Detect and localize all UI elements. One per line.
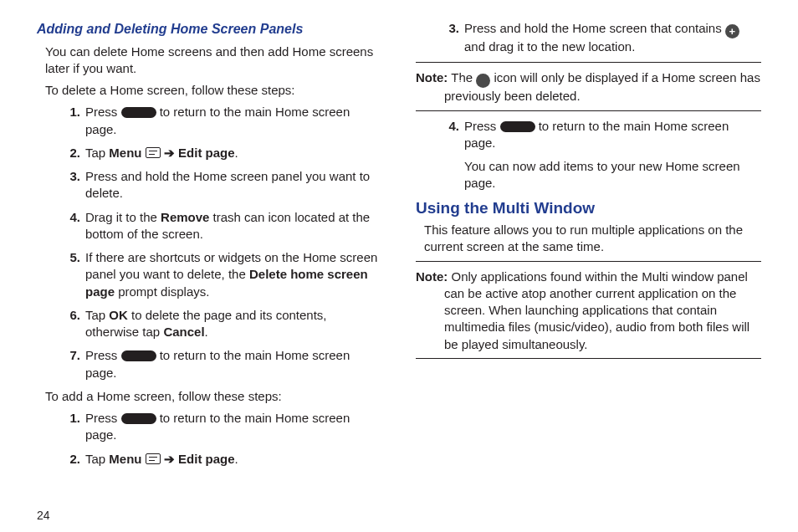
delete-step-6: 6. Tap OK to delete the page and its con…	[37, 307, 382, 341]
add-step-3: 3. Press and hold the Home screen that c…	[416, 20, 761, 55]
page: Adding and Deleting Home Screen Panels Y…	[0, 0, 798, 532]
arrow-icon: ➔	[161, 146, 178, 160]
note-text: Only applications found within the Multi…	[444, 269, 749, 351]
delete-step-4: 4. Drag it to the Remove trash can icon …	[37, 209, 382, 243]
home-key-icon	[121, 350, 156, 361]
note-text: The	[448, 70, 476, 84]
add-steps-cont2: 4. Press to return to the main Home scre…	[416, 118, 761, 152]
subheading: Adding and Deleting Home Screen Panels	[37, 20, 382, 38]
plus-icon: +	[725, 24, 739, 38]
menu-icon	[146, 147, 161, 158]
lead-delete: To delete a Home screen, follow these st…	[45, 82, 382, 99]
step-text: Press and hold the Home screen that cont…	[464, 21, 725, 35]
step-4-sub: You can now add items to your new Home s…	[416, 158, 761, 192]
step-number: 1.	[57, 104, 80, 120]
step-number: 3.	[436, 20, 459, 37]
intro-text: You can delete Home screens and then add…	[45, 43, 382, 78]
delete-step-3: 3. Press and hold the Home screen panel …	[37, 168, 382, 202]
cancel-label: Cancel	[163, 325, 204, 339]
delete-step-5: 5. If there are shortcuts or widgets on …	[37, 249, 382, 300]
right-column: 3. Press and hold the Home screen that c…	[416, 20, 761, 474]
step-number: 6.	[57, 307, 80, 324]
step-number: 2.	[57, 145, 80, 161]
ok-label: OK	[109, 308, 128, 322]
step-text: Press and hold the Home screen panel you…	[85, 169, 370, 200]
add-steps: 1. Press to return to the main Home scre…	[37, 410, 382, 468]
delete-step-2: 2. Tap Menu ➔ Edit page.	[37, 145, 382, 161]
step-number: 7.	[57, 347, 80, 364]
step-number: 4.	[436, 118, 459, 135]
step-number: 3.	[57, 168, 80, 185]
plus-icon: +	[476, 74, 490, 88]
step-number: 1.	[57, 410, 80, 427]
section-intro: This feature allows you to run multiple …	[424, 222, 761, 256]
step-text: Tap	[85, 146, 109, 160]
arrow-icon: ➔	[161, 452, 178, 466]
page-number: 24	[37, 508, 50, 524]
home-key-icon	[121, 413, 156, 424]
home-key-icon	[500, 121, 535, 132]
edit-page-label: Edit page	[178, 146, 235, 160]
columns: Adding and Deleting Home Screen Panels Y…	[37, 20, 761, 474]
add-step-4: 4. Press to return to the main Home scre…	[416, 118, 761, 152]
add-steps-cont: 3. Press and hold the Home screen that c…	[416, 20, 761, 55]
home-key-icon	[121, 107, 156, 118]
delete-step-7: 7. Press to return to the main Home scre…	[37, 347, 382, 381]
lead-add: To add a Home screen, follow these steps…	[45, 388, 382, 405]
section-heading: Using the Multi Window	[416, 197, 761, 219]
note-label: Note:	[416, 70, 448, 84]
left-column: Adding and Deleting Home Screen Panels Y…	[37, 20, 382, 474]
step-text: .	[205, 325, 208, 339]
rule	[416, 110, 761, 111]
note-label: Note:	[416, 269, 448, 284]
step-text: .	[235, 452, 238, 466]
step-text: prompt displays.	[115, 284, 209, 299]
step-text: Press	[85, 348, 121, 362]
note-multiwindow: Note: Only applications found within the…	[416, 269, 761, 353]
rule	[416, 261, 761, 262]
step-text: Tap	[85, 452, 109, 466]
step-number: 5.	[57, 249, 80, 266]
note-plus-icon: Note: The + icon will only be displayed …	[416, 69, 761, 105]
rule	[416, 62, 761, 63]
rule	[416, 358, 761, 359]
step-text: Press	[85, 105, 121, 119]
step-text: Tap	[85, 308, 109, 322]
delete-step-1: 1. Press to return to the main Home scre…	[37, 104, 382, 138]
remove-label: Remove	[161, 210, 209, 224]
step-number: 2.	[57, 451, 80, 468]
step-text: Drag it to the	[85, 210, 161, 224]
step-text: Press	[464, 119, 500, 133]
menu-label: Menu	[109, 452, 141, 466]
note-text: icon will only be displayed if a Home sc…	[444, 70, 760, 103]
add-step-2: 2. Tap Menu ➔ Edit page.	[37, 451, 382, 468]
step-number: 4.	[57, 209, 80, 226]
step-text: .	[235, 146, 238, 160]
step-text: Press	[85, 411, 121, 425]
step-text: and drag it to the new location.	[464, 39, 635, 54]
add-step-1: 1. Press to return to the main Home scre…	[37, 410, 382, 444]
edit-page-label: Edit page	[178, 452, 235, 466]
menu-label: Menu	[109, 146, 141, 160]
delete-steps: 1. Press to return to the main Home scre…	[37, 104, 382, 381]
menu-icon	[146, 453, 161, 464]
